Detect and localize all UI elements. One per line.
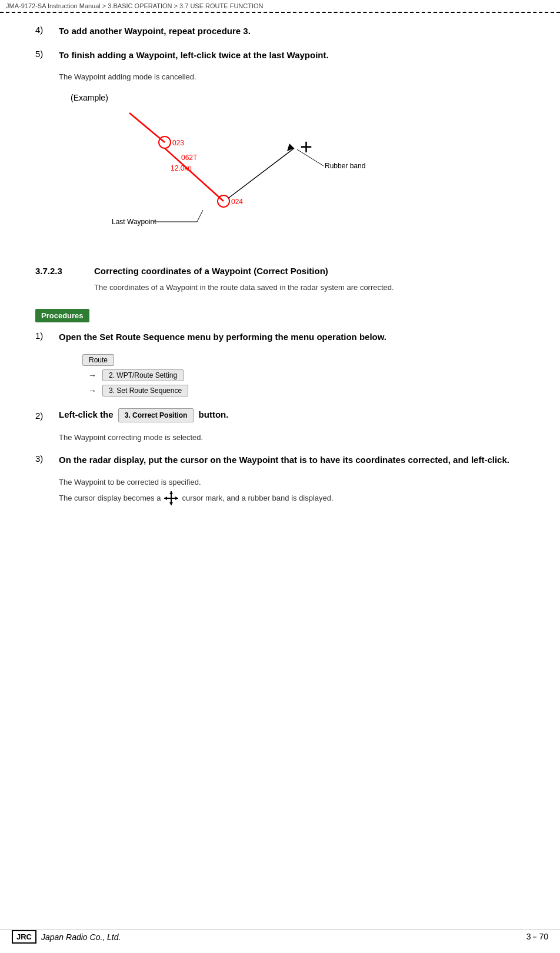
step-5-text: To finish adding a Waypoint, left-click …	[59, 49, 329, 62]
proc-step-3-text: On the radar display, put the cursor on …	[59, 454, 509, 467]
menu-row-route: Route	[82, 354, 525, 366]
company-name: Japan Radio Co., Ltd.	[41, 932, 121, 942]
distance-label: 12.0kn	[171, 164, 192, 172]
diagram: 023 062T 12.0kn 024 + Rubber band	[94, 107, 388, 248]
proc-step-3: 3) On the radar display, put the cursor …	[35, 454, 525, 467]
step-4-num: 4)	[35, 25, 59, 35]
step-5-num: 5)	[35, 49, 59, 59]
proc-step-1-text: Open the Set Route Sequence menu by perf…	[59, 331, 386, 344]
proc-step-2-num: 2)	[35, 411, 59, 421]
step-4-text: To add another Waypoint, repeat procedur…	[59, 25, 251, 38]
proc-step-2: 2) Left-click the 3. Correct Position bu…	[35, 408, 525, 422]
set-route-sequence-button[interactable]: 3. Set Route Sequence	[102, 385, 188, 396]
cursor-icon	[163, 490, 179, 507]
example-container: (Example) 023 062T 12.0kn 024	[71, 93, 489, 248]
bearing-label: 062T	[181, 154, 198, 162]
section-heading: 3.7.2.3 Correcting coordinates of a Wayp…	[35, 266, 525, 276]
jrc-label: JRC	[12, 930, 36, 944]
footer-page: 3－70	[526, 932, 548, 942]
route-diagram-svg: 023 062T 12.0kn 024 + Rubber band	[94, 107, 388, 248]
step-4: 4) To add another Waypoint, repeat proce…	[35, 25, 525, 38]
wp023-label: 023	[172, 139, 184, 147]
wpt-route-setting-button[interactable]: 2. WPT/Route Setting	[102, 369, 184, 381]
svg-line-7	[197, 210, 203, 222]
proc-step-2-after: button.	[199, 409, 229, 419]
step-3-desc3-text: cursor mark, and a rubber band is displa…	[182, 494, 333, 502]
menu-row-seq: → 3. Set Route Sequence	[82, 385, 525, 396]
step-5-desc: The Waypoint adding mode is cancelled.	[59, 72, 525, 81]
step-3-desc2-row: The cursor display becomes a cursor mark…	[59, 490, 525, 507]
step-5: 5) To finish adding a Waypoint, left-cli…	[35, 49, 525, 62]
svg-marker-5	[287, 144, 294, 151]
section-title: Correcting coordinates of a Waypoint (Co…	[94, 266, 328, 276]
proc-step-2-text: Left-click the 3. Correct Position butto…	[59, 408, 228, 422]
svg-marker-11	[169, 491, 173, 494]
proc-step-1: 1) Open the Set Route Sequence menu by p…	[35, 331, 525, 344]
svg-line-0	[129, 113, 165, 142]
arrow-2: →	[88, 386, 96, 395]
rubber-band-label: Rubber band	[325, 162, 365, 170]
correct-position-button[interactable]: 3. Correct Position	[118, 408, 194, 422]
route-button[interactable]: Route	[82, 354, 114, 366]
procedures-badge: Procedures	[35, 309, 89, 322]
wp024-label: 024	[231, 198, 243, 206]
footer-logo: JRC Japan Radio Co., Ltd.	[12, 930, 121, 944]
menu-row-wpt: → 2. WPT/Route Setting	[82, 369, 525, 381]
step-3-desc2-text: The cursor display becomes a	[59, 494, 161, 502]
menu-sequence: Route → 2. WPT/Route Setting → 3. Set Ro…	[82, 354, 525, 396]
footer: JRC Japan Radio Co., Ltd. 3－70	[0, 929, 560, 944]
svg-marker-13	[164, 497, 167, 500]
proc-step-3-num: 3)	[35, 454, 59, 464]
svg-marker-12	[169, 502, 173, 505]
section-desc: The coordinates of a Waypoint in the rou…	[94, 282, 525, 294]
last-waypoint-label: Last Waypoint	[112, 218, 156, 226]
arrow-1: →	[88, 371, 96, 380]
breadcrumb: JMA-9172-SA Instruction Manual > 3.BASIC…	[0, 0, 560, 13]
proc-step-1-num: 1)	[35, 331, 59, 341]
section-num: 3.7.2.3	[35, 266, 94, 276]
breadcrumb-text: JMA-9172-SA Instruction Manual > 3.BASIC…	[6, 2, 264, 9]
step-3-desc1: The Waypoint to be corrected is specifie…	[59, 478, 525, 487]
example-label: (Example)	[71, 93, 489, 102]
svg-marker-14	[175, 497, 178, 500]
proc-step-2-before: Left-click the	[59, 409, 114, 419]
step-2-desc: The Waypoint correcting mode is selected…	[59, 433, 525, 442]
svg-line-4	[228, 148, 294, 198]
